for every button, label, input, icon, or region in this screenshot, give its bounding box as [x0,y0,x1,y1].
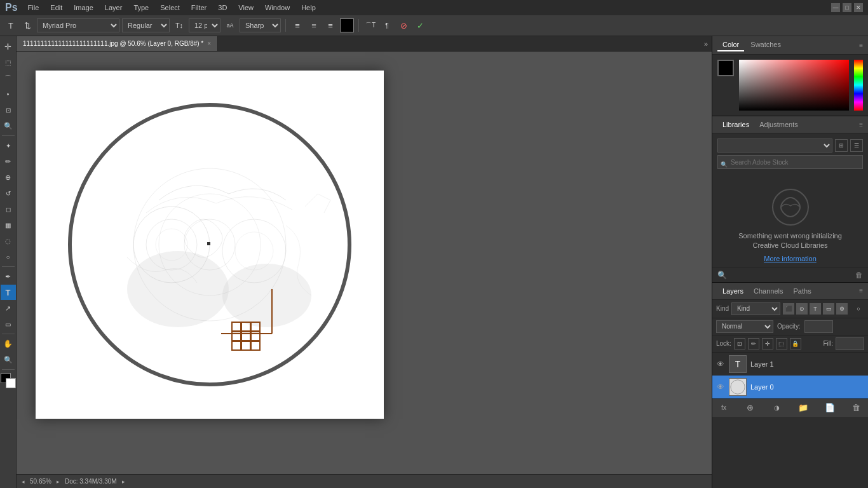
menu-view[interactable]: View [233,3,259,13]
layer-delete-button[interactable]: 🗑 [850,402,863,414]
menu-image[interactable]: Image [69,3,98,13]
align-left-button[interactable]: ≡ [290,18,304,32]
lasso-tool[interactable]: ⌒ [1,71,16,86]
filter-smart-icon[interactable]: ⚙ [836,303,848,315]
minimize-button[interactable]: — [831,3,840,12]
fill-input[interactable]: 100% [836,337,864,350]
more-info-link[interactable]: More information [764,255,817,262]
crop-tool[interactable]: ⊡ [1,102,16,118]
commit-text-icon[interactable]: ✓ [413,18,427,32]
menu-3d[interactable]: 3D [213,3,232,13]
layer-mask-button[interactable]: ⊕ [744,402,757,414]
tab-adjustments[interactable]: Adjustments [754,119,803,130]
tab-paths[interactable]: Paths [789,285,817,297]
path-selection-tool[interactable]: ↗ [1,301,16,316]
blend-mode-dropdown[interactable]: Normal [716,320,773,333]
lock-all-button[interactable]: 🔒 [790,338,801,349]
filter-pixel-icon[interactable]: ⬛ [783,303,794,315]
align-center-button[interactable]: ≡ [307,18,321,32]
foreground-swatch[interactable] [717,60,734,76]
gradient-tool[interactable]: ▦ [1,217,16,233]
hand-tool[interactable]: ✋ [1,336,16,351]
align-right-button[interactable]: ≡ [323,18,337,32]
canvas-wrapper[interactable] [17,51,712,474]
layer-item-layer1[interactable]: 👁 T Layer 1 [712,353,868,376]
library-grid-view[interactable]: ⊞ [835,139,848,152]
history-brush-tool[interactable]: ↺ [1,186,16,201]
library-search-input[interactable] [717,155,863,169]
menu-select[interactable]: Select [155,3,185,13]
filter-adjustment-icon[interactable]: ⊙ [796,303,808,315]
lock-artboard-button[interactable]: ⬚ [776,338,787,349]
layer-adjustment-button[interactable]: ◑ [771,402,783,414]
lock-paint-button[interactable]: ✏ [748,338,759,349]
color-spectrum-bar[interactable] [854,60,863,111]
lock-position-button[interactable]: ✛ [762,338,773,349]
filter-dropdown[interactable]: Kind [731,302,780,315]
text-orient-icon[interactable]: ⇅ [20,18,34,32]
lock-transparent-button[interactable]: ⊡ [734,338,745,349]
library-search-bottom-icon[interactable]: 🔍 [717,271,727,280]
text-tool-icon[interactable]: T [4,18,18,32]
character-panel-icon[interactable]: ¶ [380,18,394,32]
text-color-swatch[interactable] [340,18,354,32]
close-button[interactable]: ✕ [854,3,863,12]
status-left-arrow[interactable]: ◂ [22,478,25,485]
eraser-tool[interactable]: ◻ [1,201,16,217]
blur-tool[interactable]: ◌ [1,233,16,248]
layers-panel-options[interactable]: ≡ [859,287,863,294]
status-expand-arrow[interactable]: ▸ [122,478,125,485]
font-family-dropdown[interactable]: Myriad Pro [37,18,119,32]
tab-swatches[interactable]: Swatches [745,39,786,51]
tab-libraries[interactable]: Libraries [717,119,754,130]
filter-shape-icon[interactable]: ▭ [823,303,834,315]
layer-item-layer0[interactable]: 👁 Layer 0 [712,376,868,398]
menu-layer[interactable]: Layer [100,3,128,13]
font-style-dropdown[interactable]: Regular [122,18,170,32]
layer-fx-button[interactable]: fx [717,402,730,414]
cancel-text-icon[interactable]: ⊘ [397,18,410,32]
spot-healing-tool[interactable]: ✦ [1,138,16,153]
opacity-input[interactable]: 100% [804,320,833,333]
panel-collapse-arrow[interactable]: » [700,36,712,51]
color-gradient[interactable] [739,60,849,111]
eyedropper-tool[interactable]: 🔍 [1,118,16,133]
color-panel-options[interactable]: ≡ [859,42,863,49]
warp-text-icon[interactable]: ⌒T [363,18,377,32]
dodge-tool[interactable]: ○ [1,249,16,264]
shape-tool[interactable]: ▭ [1,316,16,332]
menu-file[interactable]: File [23,3,44,13]
pen-tool[interactable]: ✒ [1,269,16,284]
document-tab[interactable]: 111111111111111111111111.jpg @ 50.6% (La… [17,36,218,51]
maximize-button[interactable]: □ [843,3,851,12]
filter-toggle[interactable]: ○ [853,303,864,315]
tab-channels[interactable]: Channels [749,285,788,297]
library-list-view[interactable]: ☰ [850,139,863,152]
menu-filter[interactable]: Filter [186,3,212,13]
marquee-tool[interactable]: ⬚ [1,55,16,70]
antialiasing-dropdown[interactable]: Sharp [240,18,281,32]
filter-type-icon[interactable]: T [810,303,821,315]
move-tool[interactable]: ✛ [1,39,16,54]
layer0-visibility-icon[interactable]: 👁 [716,383,725,391]
libraries-options[interactable]: ≡ [859,121,863,128]
layer-new-button[interactable]: 📄 [824,402,836,414]
tab-close-button[interactable]: × [207,40,211,47]
menu-type[interactable]: Type [128,3,154,13]
status-right-arrow[interactable]: ▸ [57,478,60,485]
layer1-visibility-icon[interactable]: 👁 [716,360,725,369]
quick-selection-tool[interactable]: ⁍ [1,86,16,102]
clone-stamp-tool[interactable]: ⊕ [1,170,16,185]
tab-layers[interactable]: Layers [717,285,749,297]
fg-bg-colors[interactable] [1,373,16,388]
layer-group-button[interactable]: 📁 [797,402,810,414]
library-dropdown[interactable] [717,139,832,152]
tab-color[interactable]: Color [717,39,744,51]
zoom-tool[interactable]: 🔍 [1,352,16,367]
background-color[interactable] [6,378,16,388]
menu-window[interactable]: Window [260,3,295,13]
text-tool[interactable]: T [1,285,16,300]
brush-tool[interactable]: ✏ [1,154,16,169]
menu-help[interactable]: Help [296,3,321,13]
font-metrics-icon[interactable]: aA [223,18,237,32]
